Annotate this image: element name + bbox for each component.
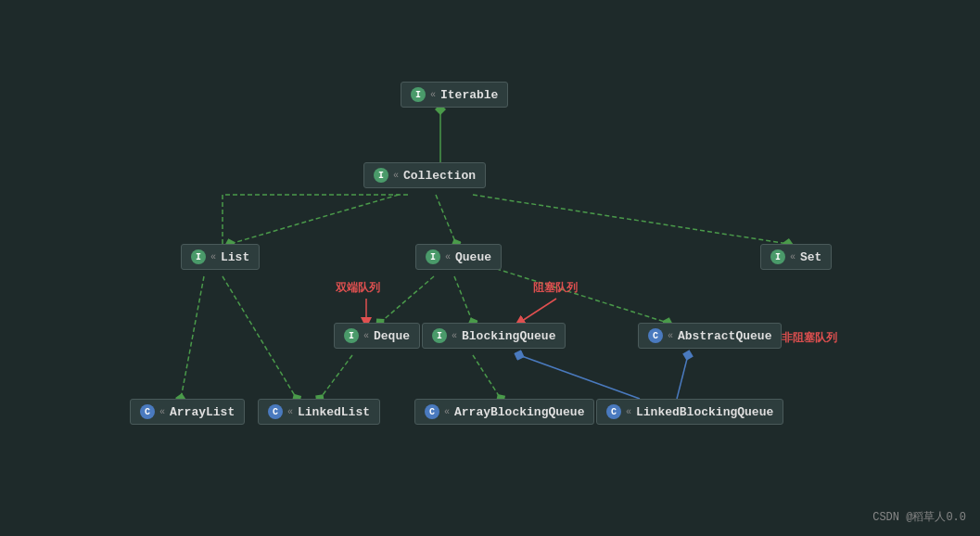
label-linkedblockingqueue: LinkedBlockingQueue xyxy=(636,405,773,419)
node-deque: I « Deque xyxy=(334,323,420,349)
badge-list: I xyxy=(191,249,206,264)
svg-line-16 xyxy=(519,355,640,399)
watermark: CSDN @稻草人0.0 xyxy=(872,509,966,525)
node-arraylist: C « ArrayList xyxy=(130,399,245,425)
node-abstractqueue: C « AbstractQueue xyxy=(638,323,782,349)
svg-line-14 xyxy=(473,355,501,399)
label-deque: Deque xyxy=(374,329,410,343)
annotation-blockingqueue: 阻塞队列 xyxy=(533,280,578,296)
svg-line-18 xyxy=(519,299,556,323)
label-abstractqueue: AbstractQueue xyxy=(678,329,771,343)
badge-set: I xyxy=(770,249,785,264)
badge-queue: I xyxy=(426,249,440,264)
label-iterable: Iterable xyxy=(440,88,498,102)
diagram-container: I « Iterable I « Collection I « List I «… xyxy=(0,0,980,536)
svg-line-9 xyxy=(454,276,473,323)
badge-arrayblockingqueue: C xyxy=(425,404,439,419)
badge-abstractqueue: C xyxy=(648,328,663,343)
badge-collection: I xyxy=(374,168,388,183)
svg-line-8 xyxy=(380,276,434,323)
node-linkedblockingqueue: C « LinkedBlockingQueue xyxy=(596,399,783,425)
label-queue: Queue xyxy=(455,250,491,264)
label-arraylist: ArrayList xyxy=(170,405,235,419)
node-collection: I « Collection xyxy=(363,162,486,188)
node-linkedlist: C « LinkedList xyxy=(258,399,380,425)
svg-line-5 xyxy=(230,195,399,244)
svg-line-7 xyxy=(473,195,788,244)
label-list: List xyxy=(221,250,249,264)
label-blockingqueue: BlockingQueue xyxy=(462,329,555,343)
node-queue: I « Queue xyxy=(415,244,502,270)
badge-arraylist: C xyxy=(140,404,155,419)
node-blockingqueue: I « BlockingQueue xyxy=(422,323,566,349)
svg-line-15 xyxy=(677,355,688,399)
node-set: I « Set xyxy=(760,244,832,270)
badge-iterable: I xyxy=(411,87,426,102)
badge-linkedlist: C xyxy=(268,404,283,419)
svg-line-12 xyxy=(223,276,297,399)
badge-blockingqueue: I xyxy=(432,328,447,343)
node-arrayblockingqueue: C « ArrayBlockingQueue xyxy=(414,399,594,425)
label-arrayblockingqueue: ArrayBlockingQueue xyxy=(454,405,584,419)
svg-line-13 xyxy=(320,355,352,399)
label-set: Set xyxy=(800,250,821,264)
label-linkedlist: LinkedList xyxy=(298,405,370,419)
annotation-deque: 双端队列 xyxy=(336,280,380,296)
node-iterable: I « Iterable xyxy=(401,82,508,108)
annotation-abstractqueue: 非阻塞队列 xyxy=(782,330,837,346)
badge-deque: I xyxy=(344,328,359,343)
node-list: I « List xyxy=(181,244,260,270)
svg-line-6 xyxy=(436,195,456,244)
label-collection: Collection xyxy=(403,169,476,183)
svg-line-11 xyxy=(181,276,204,399)
badge-linkedblockingqueue: C xyxy=(606,404,621,419)
